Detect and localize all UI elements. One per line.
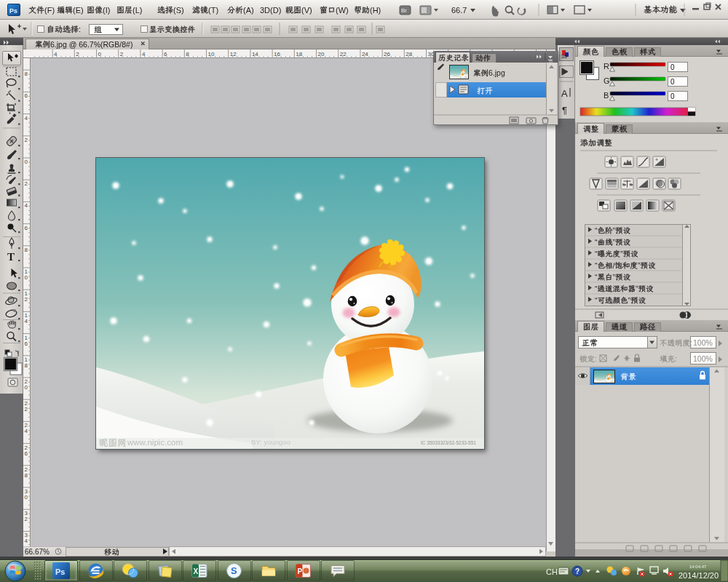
svg-text:BY: youngoo: BY: youngoo	[251, 438, 290, 446]
svg-text:“: “	[595, 250, 598, 258]
svg-text:“: “	[595, 296, 598, 305]
svg-text:(V): (V)	[301, 6, 312, 15]
svg-text:A: A	[561, 88, 568, 99]
svg-text:6.jpg: 6.jpg	[488, 68, 505, 77]
svg-text:0: 0	[670, 63, 675, 71]
svg-text::: :	[675, 354, 677, 363]
svg-text:“: “	[595, 273, 598, 282]
svg-text:(T): (T)	[208, 6, 218, 15]
svg-text:Br: Br	[401, 7, 407, 14]
svg-text:+: +	[655, 157, 658, 162]
svg-text:(H): (H)	[370, 6, 381, 15]
svg-text::: :	[690, 338, 692, 347]
svg-text:0: 0	[670, 92, 675, 100]
svg-text:/: /	[613, 261, 615, 270]
svg-text:R: R	[604, 62, 609, 71]
svg-text::: :	[595, 354, 597, 363]
svg-text:14:04:47: 14:04:47	[689, 565, 707, 569]
svg-text:0: 0	[670, 78, 675, 86]
svg-text:“: “	[595, 226, 598, 235]
svg-text:(A): (A)	[243, 6, 254, 15]
svg-text:(I): (I)	[103, 6, 110, 15]
svg-text:www.nipic.com: www.nipic.com	[127, 438, 183, 447]
svg-text:T: T	[7, 251, 15, 263]
svg-text:Ps: Ps	[55, 567, 65, 576]
svg-text::: :	[79, 25, 81, 33]
svg-text:66.67%: 66.67%	[25, 548, 50, 556]
svg-text:”: ”	[636, 284, 638, 293]
svg-text:P: P	[298, 567, 303, 575]
svg-text:G: G	[604, 76, 610, 85]
svg-text:(W): (W)	[336, 6, 349, 15]
svg-text:X: X	[194, 567, 199, 575]
svg-text:S: S	[231, 565, 237, 576]
svg-text:“: “	[595, 284, 598, 293]
svg-text:”: ”	[638, 261, 641, 270]
svg-text:(L): (L)	[132, 6, 142, 15]
svg-text:IC 35033323/32-5233-551: IC 35033323/32-5233-551	[421, 440, 476, 445]
svg-text:2014/12/20: 2014/12/20	[678, 571, 719, 580]
svg-text:100%: 100%	[693, 338, 713, 347]
svg-text:6.jpg @ 66.7%(RGB/8#): 6.jpg @ 66.7%(RGB/8#)	[50, 40, 132, 49]
svg-text:(S): (S)	[173, 6, 184, 15]
svg-text:CH: CH	[546, 567, 558, 576]
svg-text:100%: 100%	[693, 354, 713, 363]
svg-text:Ps: Ps	[9, 7, 17, 15]
svg-text:35: 35	[561, 54, 567, 59]
svg-text:”: ”	[613, 273, 616, 282]
svg-text:66.7: 66.7	[451, 6, 467, 15]
svg-text:¶: ¶	[562, 105, 567, 116]
svg-text:(E): (E)	[73, 6, 84, 15]
svg-text:”: ”	[628, 296, 631, 305]
svg-text:”: ”	[613, 226, 616, 235]
svg-text:”: ”	[613, 238, 616, 247]
svg-text:“: “	[595, 261, 598, 270]
svg-text:3D(D): 3D(D)	[260, 6, 281, 15]
svg-text:”: ”	[620, 250, 623, 258]
svg-text:B: B	[604, 91, 609, 100]
svg-text:?: ?	[575, 567, 579, 575]
svg-text:“: “	[595, 238, 598, 247]
svg-text:(F): (F)	[44, 6, 55, 15]
